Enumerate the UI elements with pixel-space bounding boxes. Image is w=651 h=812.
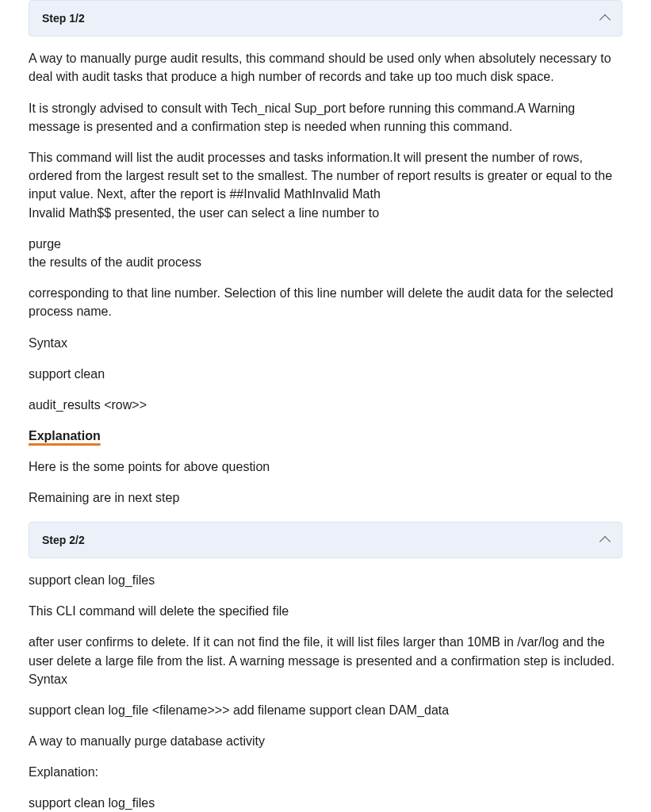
step-2-title: Step 2/2 [42, 532, 85, 548]
step2-p5: A way to manually purge database activit… [29, 732, 622, 750]
step1-expl-p2: Remaining are in next step [29, 488, 622, 507]
chevron-up-icon [599, 536, 611, 547]
step-2-header[interactable]: Step 2/2 [29, 522, 622, 558]
step2-p4: support clean log_file <filename>>> add … [29, 701, 622, 719]
step1-para3-l2: Invalid Math$$ presented, the user can s… [29, 204, 622, 222]
step2-p7: support clean log_files [29, 794, 622, 812]
explanation-heading: Explanation [29, 427, 101, 446]
step-2-content: support clean log_files This CLI command… [29, 558, 622, 812]
step-1-header[interactable]: Step 1/2 [29, 0, 622, 36]
step1-syntax-label: Syntax [29, 334, 622, 352]
step2-p3: after user confirms to delete. If it can… [29, 633, 622, 688]
step1-syntax-cmd2: audit_results <row>> [29, 396, 622, 414]
step1-purge: purge the results of the audit process [29, 235, 622, 271]
step1-para5: corresponding to that line number. Selec… [29, 284, 622, 320]
step2-p2: This CLI command will delete the specifi… [29, 602, 622, 620]
step1-purge-l1: purge [29, 235, 622, 253]
step1-purge-l2: the results of the audit process [29, 253, 622, 271]
chevron-up-icon [599, 14, 611, 25]
step1-para3: This command will list the audit process… [29, 148, 622, 222]
step1-para2: It is strongly advised to consult with T… [29, 99, 622, 136]
step1-expl-p1: Here is the some points for above questi… [29, 458, 622, 476]
step2-p6: Explanation: [29, 763, 622, 781]
step-1-title: Step 1/2 [42, 10, 85, 26]
step2-p1: support clean log_files [29, 571, 622, 589]
step1-para3-l1: This command will list the audit process… [29, 148, 622, 204]
step1-para1: A way to manually purge audit results, t… [29, 49, 622, 86]
step-1-content: A way to manually purge audit results, t… [29, 36, 622, 521]
step1-syntax-cmd1: support clean [29, 365, 622, 383]
